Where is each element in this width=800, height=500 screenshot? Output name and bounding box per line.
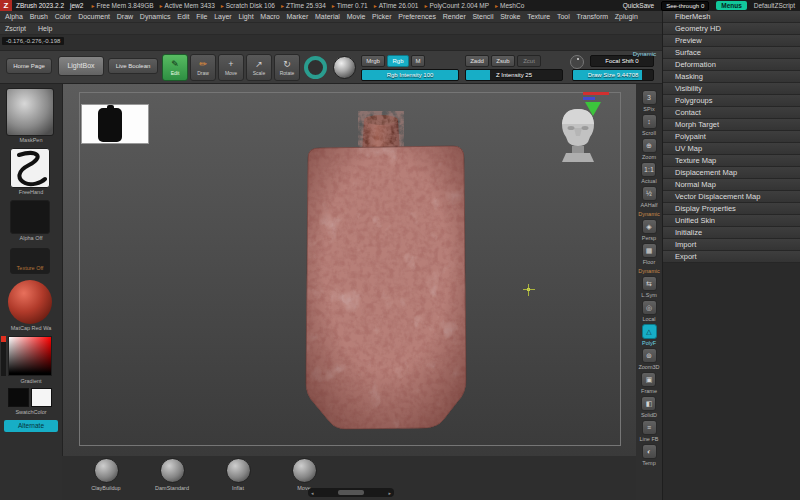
tool-subpalette-item[interactable]: Contact: [663, 107, 800, 119]
right-shelf-button[interactable]: ◐ Temp: [642, 444, 657, 468]
right-shelf-button[interactable]: ◈ Persp: [642, 219, 657, 243]
tool-subpalette-item[interactable]: Texture Map: [663, 155, 800, 167]
rgb-button[interactable]: Rgb: [387, 55, 409, 67]
focal-shift-dial-icon[interactable]: [570, 55, 584, 69]
menu-item[interactable]: Draw: [117, 13, 133, 20]
menu-item[interactable]: Marker: [287, 13, 309, 20]
menu-item[interactable]: Tool: [557, 13, 570, 20]
menu-item[interactable]: Movie: [347, 13, 366, 20]
right-shelf-button[interactable]: ⊚ Zoom3D: [638, 348, 659, 372]
menu-item[interactable]: Brush: [30, 13, 48, 20]
tool-subpalette-item[interactable]: Masking: [663, 71, 800, 83]
menu-item[interactable]: Layer: [214, 13, 232, 20]
mrgb-button[interactable]: Mrgb: [361, 55, 385, 67]
right-shelf-button[interactable]: ◧ SolidD: [641, 396, 657, 420]
tool-subpalette-item[interactable]: Surface: [663, 47, 800, 59]
menu-item[interactable]: Picker: [372, 13, 391, 20]
tool-subpalette-item[interactable]: Geometry HD: [663, 23, 800, 35]
right-shelf-button[interactable]: △ PolyF: [642, 324, 657, 348]
scroll-right-icon[interactable]: ▸: [388, 490, 391, 496]
menu-item[interactable]: Alpha: [5, 13, 23, 20]
tool-subpalette-item[interactable]: Visibility: [663, 83, 800, 95]
quicksave-button[interactable]: QuickSave: [623, 2, 654, 9]
scroll-left-icon[interactable]: ◂: [311, 490, 314, 496]
color-hue-strip[interactable]: [1, 336, 6, 376]
alternate-color-button[interactable]: Alternate: [4, 420, 58, 432]
menu-item[interactable]: Macro: [260, 13, 279, 20]
color-picker-gradient[interactable]: [8, 336, 52, 376]
current-brush-thumbnail[interactable]: [6, 88, 54, 136]
tool-mode-button[interactable]: ✎ Edit: [162, 54, 188, 81]
tool-subpalette-item[interactable]: Unified Skin: [663, 215, 800, 227]
tool-subpalette-item[interactable]: Normal Map: [663, 179, 800, 191]
menu-item[interactable]: Render: [443, 13, 466, 20]
m-button[interactable]: M: [411, 55, 425, 67]
z-intensity-slider[interactable]: Z Intensity 25: [465, 69, 563, 81]
menu-item[interactable]: Transform: [576, 13, 608, 20]
document-viewport[interactable]: [62, 84, 636, 456]
scrollbar-thumb[interactable]: [338, 490, 364, 495]
recent-brush[interactable]: Inflat: [216, 458, 260, 491]
tool-subpalette-item[interactable]: Morph Target: [663, 119, 800, 131]
right-shelf-button[interactable]: ⊕ Zoom: [642, 138, 657, 162]
tool-subpalette-item[interactable]: Display Properties: [663, 203, 800, 215]
menus-toggle-button[interactable]: Menus: [716, 1, 747, 10]
current-material-sphere-icon[interactable]: [333, 56, 356, 79]
draw-size-slider[interactable]: Draw Size 9.44708: [572, 69, 654, 81]
menu-item[interactable]: Dynamics: [140, 13, 171, 20]
zadd-button[interactable]: Zadd: [465, 55, 489, 67]
recent-brush[interactable]: DamStandard: [150, 458, 194, 491]
menu-item-zscript[interactable]: Zscript: [5, 25, 26, 32]
menu-item[interactable]: Stencil: [472, 13, 493, 20]
tool-mode-button[interactable]: ↻ Rotate: [274, 54, 300, 81]
right-shelf-button[interactable]: ≡ Line FB: [640, 420, 659, 444]
tool-subpalette-item[interactable]: Export: [663, 251, 800, 263]
current-stroke-thumbnail[interactable]: [10, 148, 50, 188]
secondary-color-swatch[interactable]: [31, 388, 52, 407]
current-alpha-thumbnail[interactable]: [10, 200, 50, 234]
right-shelf-button[interactable]: 1:1 Actual: [641, 162, 656, 186]
right-shelf-button[interactable]: ▦ Floor: [642, 243, 657, 267]
right-shelf-button[interactable]: 3 SPix: [642, 90, 657, 114]
right-shelf-button[interactable]: ½ AAHalf: [640, 186, 657, 210]
current-texture-thumbnail[interactable]: Texture Off: [10, 248, 50, 274]
tool-mode-button[interactable]: ↗ Scale: [246, 54, 272, 81]
tool-subpalette-item[interactable]: Vector Displacement Map: [663, 191, 800, 203]
see-through-slider[interactable]: See-through 0: [661, 1, 709, 11]
zsub-button[interactable]: Zsub: [491, 55, 515, 67]
sculptris-pro-button[interactable]: [304, 56, 327, 79]
right-shelf-button[interactable]: ⇆ L.Sym: [641, 276, 657, 300]
current-material-thumbnail[interactable]: [8, 280, 52, 324]
menu-item[interactable]: Color: [55, 13, 72, 20]
recent-brush[interactable]: ClayBuildup: [84, 458, 128, 491]
tool-mode-button[interactable]: ✏ Draw: [190, 54, 216, 81]
tool-subpalette-item[interactable]: Import: [663, 239, 800, 251]
right-shelf-button[interactable]: ↕ Scroll: [642, 114, 657, 138]
menu-item[interactable]: Texture: [527, 13, 550, 20]
zcut-button[interactable]: Zcut: [517, 55, 541, 67]
tool-subpalette-item[interactable]: UV Map: [663, 143, 800, 155]
menu-item[interactable]: Stroke: [500, 13, 520, 20]
tool-subpalette-item[interactable]: Polypaint: [663, 131, 800, 143]
tool-subpalette-item[interactable]: Deformation: [663, 59, 800, 71]
tool-subpalette-item[interactable]: FiberMesh: [663, 11, 800, 23]
tool-mode-button[interactable]: + Move: [218, 54, 244, 81]
tool-subpalette-item[interactable]: Polygroups: [663, 95, 800, 107]
menu-item[interactable]: Material: [315, 13, 340, 20]
right-shelf-button[interactable]: Dynamic: [638, 210, 659, 219]
menu-item[interactable]: Preferences: [398, 13, 436, 20]
menu-item-help[interactable]: Help: [38, 25, 52, 32]
main-color-swatch[interactable]: [8, 388, 29, 407]
sculpted-pendant-mesh[interactable]: [301, 110, 471, 445]
horizontal-scrollbar[interactable]: ◂ ▸: [308, 488, 394, 497]
right-shelf-button[interactable]: ◎ Local: [642, 300, 657, 324]
tool-subpalette-item[interactable]: Preview: [663, 35, 800, 47]
tool-subpalette-item[interactable]: Displacement Map: [663, 167, 800, 179]
recent-brush[interactable]: Move: [282, 458, 326, 491]
live-boolean-button[interactable]: Live Boolean: [108, 58, 158, 74]
menu-item[interactable]: Edit: [177, 13, 189, 20]
right-shelf-button[interactable]: Dynamic: [638, 267, 659, 276]
menu-item[interactable]: Document: [78, 13, 110, 20]
menu-item[interactable]: File: [196, 13, 207, 20]
rgb-intensity-slider[interactable]: Rgb Intensity 100: [361, 69, 459, 81]
